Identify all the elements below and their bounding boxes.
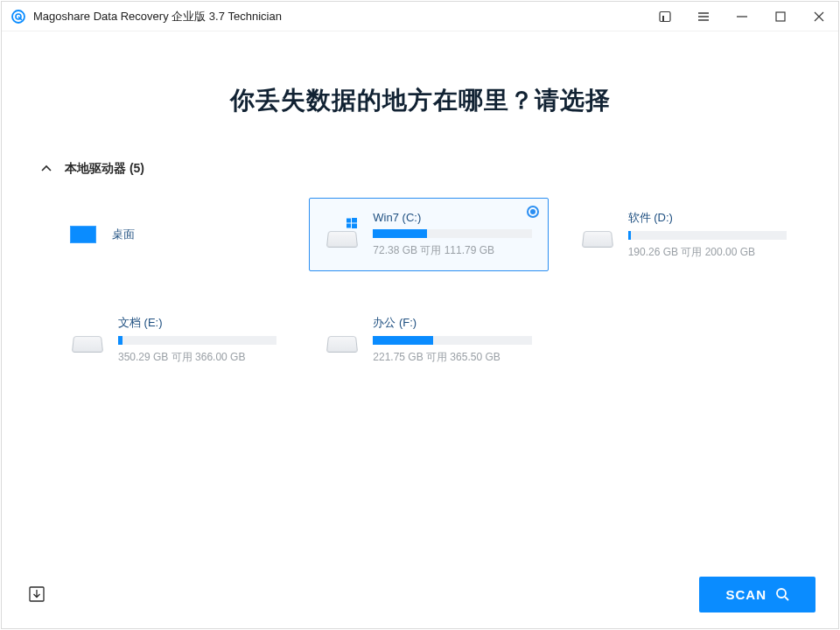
usage-fill (628, 231, 632, 240)
menu-button[interactable] (684, 2, 723, 32)
titlebar-right (646, 2, 838, 32)
drive-icon (326, 221, 359, 248)
import-button[interactable] (24, 582, 49, 606)
drive-name: 文档 (E:) (118, 315, 276, 331)
usage-fill (373, 336, 433, 345)
drive-sub: 72.38 GB 可用 111.79 GB (373, 243, 531, 258)
usage-bar (373, 229, 531, 238)
drive-name: Win7 (C:) (373, 211, 531, 224)
drive-card-c[interactable]: Win7 (C:) 72.38 GB 可用 111.79 GB (309, 198, 548, 271)
drive-icon (71, 326, 104, 353)
page-headline: 你丢失数据的地方在哪里？请选择 (37, 84, 803, 117)
app-window: Magoshare Data Recovery 企业版 3.7 Technici… (1, 1, 839, 629)
usage-fill (118, 336, 122, 345)
radio-selected-icon (527, 206, 539, 218)
search-icon (775, 587, 789, 601)
desktop-label: 桌面 (112, 227, 135, 242)
drive-card-f[interactable]: 办公 (F:) 221.75 GB 可用 365.50 GB (309, 303, 548, 376)
desktop-icon (70, 226, 96, 243)
svg-rect-4 (776, 12, 785, 21)
drive-grid: 桌面 Win7 (C:) 72.38 GB 可用 111.79 GB (54, 198, 803, 376)
drive-card-d[interactable]: 软件 (D:) 190.26 GB 可用 200.00 GB (564, 198, 803, 271)
svg-point-10 (777, 589, 786, 598)
usage-bar (373, 336, 531, 345)
svg-rect-5 (346, 219, 351, 223)
titlebar: Magoshare Data Recovery 企业版 3.7 Technici… (2, 2, 838, 32)
drive-name: 软件 (D:) (628, 210, 787, 226)
scan-label: SCAN (725, 587, 766, 602)
svg-rect-8 (352, 224, 357, 229)
usage-bar (118, 336, 276, 345)
key-button[interactable] (646, 2, 684, 32)
drive-icon (326, 326, 359, 353)
window-title: Magoshare Data Recovery 企业版 3.7 Technici… (33, 9, 282, 24)
drive-sub: 221.75 GB 可用 365.50 GB (373, 350, 531, 365)
chevron-up-icon (40, 163, 52, 175)
usage-fill (373, 229, 427, 238)
close-button[interactable] (800, 2, 838, 32)
section-title: 本地驱动器 (5) (65, 161, 144, 177)
svg-rect-3 (662, 16, 664, 21)
svg-rect-7 (346, 224, 351, 228)
drive-info: Win7 (C:) 72.38 GB 可用 111.79 GB (373, 211, 531, 258)
section-header[interactable]: 本地驱动器 (5) (40, 161, 803, 177)
svg-rect-6 (352, 218, 357, 223)
scan-button[interactable]: SCAN (699, 577, 816, 612)
drive-name: 办公 (F:) (373, 315, 531, 331)
drive-info: 文档 (E:) 350.29 GB 可用 366.00 GB (118, 315, 276, 365)
usage-bar (628, 231, 787, 240)
drive-sub: 190.26 GB 可用 200.00 GB (628, 245, 787, 260)
app-logo-icon (10, 9, 26, 24)
drive-info: 办公 (F:) 221.75 GB 可用 365.50 GB (373, 315, 531, 365)
desktop-card[interactable]: 桌面 (54, 198, 293, 271)
maximize-button[interactable] (761, 2, 800, 32)
titlebar-left: Magoshare Data Recovery 企业版 3.7 Technici… (10, 9, 646, 24)
main-content: 你丢失数据的地方在哪里？请选择 本地驱动器 (5) 桌面 (2, 32, 838, 560)
drive-sub: 350.29 GB 可用 366.00 GB (118, 350, 276, 365)
svg-rect-2 (660, 11, 670, 21)
minimize-button[interactable] (723, 2, 761, 32)
drive-card-e[interactable]: 文档 (E:) 350.29 GB 可用 366.00 GB (54, 303, 293, 376)
drive-info: 软件 (D:) 190.26 GB 可用 200.00 GB (628, 210, 787, 260)
footer: SCAN (2, 560, 838, 628)
drive-icon (581, 221, 614, 248)
windows-logo-icon (346, 218, 357, 228)
